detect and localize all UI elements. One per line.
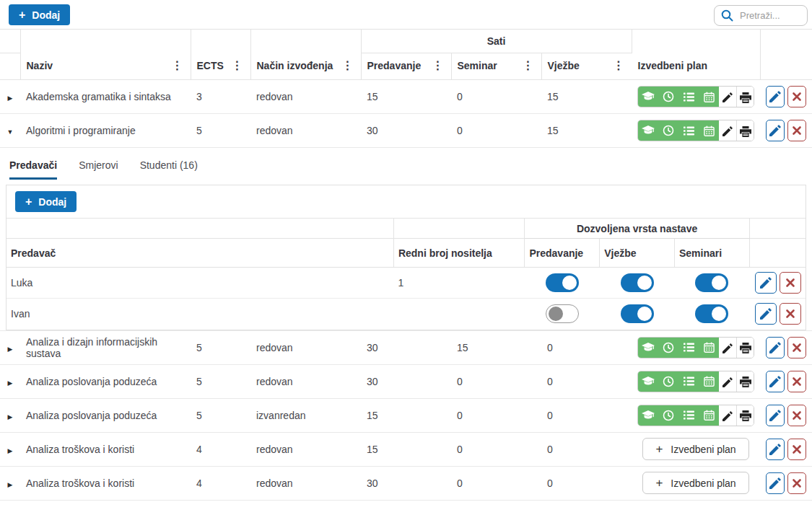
calendar-icon[interactable]	[699, 120, 719, 141]
clock-icon[interactable]	[658, 405, 678, 426]
column-menu-icon[interactable]: ⋮	[431, 60, 445, 71]
tab-studenti[interactable]: Studenti (16)	[140, 159, 198, 180]
seminari-toggle[interactable]	[695, 304, 728, 323]
list-icon[interactable]	[678, 337, 699, 358]
printer-icon[interactable]	[736, 371, 754, 392]
column-menu-icon[interactable]: ⋮	[341, 60, 355, 71]
column-menu-icon[interactable]: ⋮	[611, 60, 626, 71]
nacin-column-header[interactable]: Način izvođenja ⋮	[250, 30, 361, 80]
calendar-icon[interactable]	[699, 405, 719, 426]
pencil-icon[interactable]	[719, 338, 736, 358]
clock-icon[interactable]	[658, 86, 678, 107]
expand-caret-icon[interactable]: ▼	[7, 128, 14, 136]
add-lecturer-button[interactable]: + Dodaj	[15, 191, 77, 212]
expand-caret-icon[interactable]: ▶	[8, 379, 13, 387]
tab-smjerovi[interactable]: Smjerovi	[79, 159, 118, 180]
course-seminar-hours: 15	[451, 330, 541, 364]
predavanje-column-label: Predavanje	[367, 60, 422, 71]
graduation-cap-icon[interactable]	[638, 371, 658, 392]
pencil-icon	[769, 410, 781, 421]
graduation-cap-icon[interactable]	[638, 337, 658, 358]
expand-caret-icon[interactable]: ▶	[8, 447, 13, 454]
pencil-icon[interactable]	[719, 87, 736, 107]
expand-caret-icon[interactable]: ▶	[8, 413, 13, 421]
delete-button[interactable]	[787, 439, 806, 460]
seminar-column-header[interactable]: Seminar ⋮	[451, 53, 541, 80]
vjezbe-toggle[interactable]	[621, 273, 654, 292]
graduation-cap-icon[interactable]	[638, 405, 658, 426]
pencil-icon[interactable]	[719, 371, 736, 392]
clock-icon[interactable]	[658, 120, 678, 141]
expand-caret-icon[interactable]: ▶	[8, 481, 13, 488]
predavanje-toggle[interactable]	[546, 273, 579, 292]
delete-button[interactable]	[787, 472, 806, 494]
plus-icon: +	[19, 9, 25, 21]
course-ects: 3	[191, 80, 250, 114]
search-input[interactable]	[738, 9, 800, 22]
edit-button[interactable]	[766, 337, 785, 358]
edit-lecturer-button[interactable]	[755, 272, 777, 294]
predavanje-toggle[interactable]	[546, 304, 579, 323]
calendar-icon[interactable]	[699, 86, 719, 107]
lecturer-actions	[754, 272, 801, 294]
vjezbe-toggle[interactable]	[621, 304, 654, 323]
row-actions	[766, 337, 806, 358]
expand-caret-icon[interactable]: ▶	[8, 94, 13, 102]
printer-icon[interactable]	[736, 87, 754, 107]
delete-lecturer-button[interactable]	[780, 272, 801, 294]
add-izvedbeni-plan-button[interactable]: + Izvedbeni plan	[642, 472, 748, 494]
detail-tabs: Predavači Smjerovi Studenti (16)	[6, 148, 806, 180]
course-mode: redovan	[250, 364, 361, 398]
column-menu-icon[interactable]: ⋮	[170, 60, 185, 71]
edit-button[interactable]	[766, 439, 785, 460]
edit-button[interactable]	[766, 86, 785, 107]
course-lecture-hours: 15	[361, 432, 451, 466]
add-izvedbeni-plan-label: Izvedbeni plan	[671, 444, 735, 455]
course-lecture-hours: 30	[361, 364, 451, 398]
column-menu-icon[interactable]: ⋮	[521, 60, 536, 71]
printer-icon[interactable]	[736, 338, 754, 358]
delete-button[interactable]	[787, 120, 806, 141]
delete-x-icon	[792, 126, 802, 136]
printer-icon[interactable]	[736, 405, 754, 426]
column-menu-icon[interactable]: ⋮	[230, 60, 245, 71]
graduation-cap-icon[interactable]	[638, 86, 658, 107]
printer-icon[interactable]	[736, 120, 754, 141]
expand-caret-icon[interactable]: ▶	[8, 345, 13, 353]
list-icon[interactable]	[678, 120, 699, 141]
edit-lecturer-button[interactable]	[755, 303, 777, 325]
plan-green-section	[638, 338, 719, 358]
clock-icon[interactable]	[658, 337, 678, 358]
add-izvedbeni-plan-button[interactable]: + Izvedbeni plan	[642, 438, 748, 460]
delete-x-icon	[792, 410, 802, 421]
vjezbe-column-header[interactable]: Vježbe ⋮	[541, 53, 632, 80]
edit-button[interactable]	[766, 371, 785, 392]
graduation-cap-icon[interactable]	[638, 120, 658, 141]
seminari-toggle[interactable]	[695, 273, 728, 292]
add-course-button[interactable]: + Dodaj	[9, 4, 70, 25]
naziv-column-header[interactable]: Naziv ⋮	[20, 30, 191, 80]
predavanje-column-header[interactable]: Predavanje ⋮	[361, 53, 451, 80]
list-icon[interactable]	[678, 405, 699, 426]
row-actions	[766, 120, 806, 141]
delete-button[interactable]	[787, 337, 806, 358]
pencil-icon[interactable]	[719, 120, 736, 141]
pencil-icon	[769, 342, 781, 353]
edit-button[interactable]	[766, 405, 785, 426]
list-icon[interactable]	[678, 86, 699, 107]
delete-lecturer-button[interactable]	[780, 303, 801, 325]
edit-button[interactable]	[766, 472, 785, 494]
tab-predavaci[interactable]: Predavači	[9, 159, 57, 180]
pencil-icon[interactable]	[719, 405, 736, 426]
pencil-icon	[769, 477, 781, 489]
clock-icon[interactable]	[658, 371, 678, 392]
delete-button[interactable]	[787, 371, 806, 392]
list-icon[interactable]	[678, 371, 699, 392]
calendar-icon[interactable]	[699, 371, 719, 392]
izvedbeni-plan-cell	[637, 86, 754, 107]
delete-button[interactable]	[787, 86, 806, 107]
edit-button[interactable]	[766, 120, 785, 141]
delete-button[interactable]	[787, 405, 806, 426]
ects-column-header[interactable]: ECTS ⋮	[191, 30, 250, 80]
calendar-icon[interactable]	[699, 337, 719, 358]
